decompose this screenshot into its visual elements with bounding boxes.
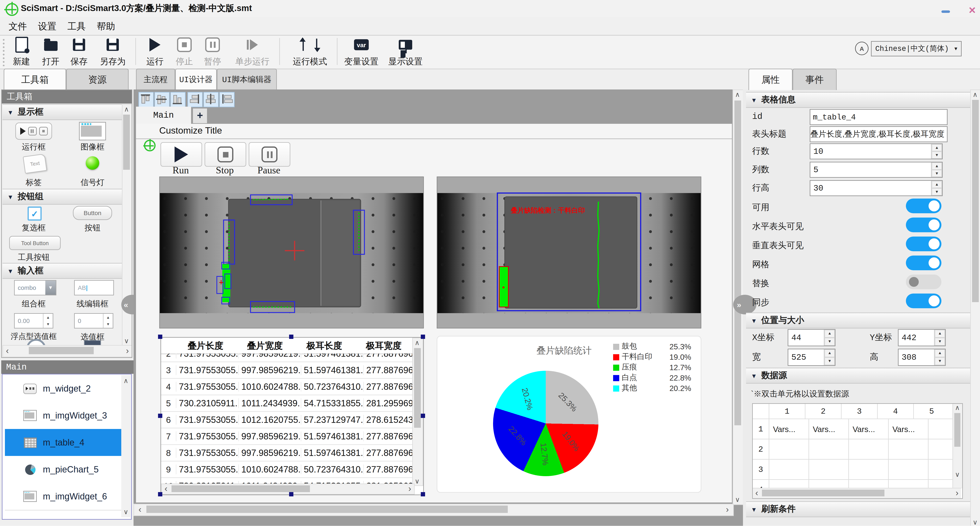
ds-cell[interactable]: Vars... [888, 419, 928, 439]
tab-ui-designer[interactable]: UI设计器 [175, 69, 217, 90]
table-cell[interactable]: 997.98596219... [238, 354, 301, 359]
table-row[interactable]: 5730.23105911...1011.2434939...54.715331… [161, 395, 414, 412]
language-selector[interactable]: Chinese|中文(简体) [871, 41, 962, 56]
table-row[interactable]: 7731.97553055...997.98596219...51.597461… [161, 428, 414, 445]
ds-hscrollbar[interactable] [753, 488, 961, 498]
table-cell[interactable]: 281.2959698... [363, 398, 414, 408]
table-cell[interactable]: 731.97553055... [176, 432, 238, 441]
table-row[interactable]: 4731.97553055...1010.6024788...50.723764… [161, 379, 414, 395]
field-x-spinbox[interactable]: 44 [788, 329, 835, 346]
table-row[interactable]: 3731.97553055...997.98596219...51.597461… [161, 362, 414, 379]
table-cell[interactable]: 731.97553055... [176, 448, 238, 458]
field-rowcount-spinbox[interactable]: 10 [810, 143, 943, 159]
table-cell[interactable]: 731.97553055... [176, 354, 238, 359]
pie-chart-widget[interactable]: 叠片缺陷统计 25.3%19.0%12.7%22.8%20.2% 鼓包25.3%… [437, 336, 701, 493]
table-cell[interactable]: 731.97553055... [176, 415, 238, 425]
tree-vscrollbar[interactable] [121, 375, 130, 517]
ds-vscrollbar[interactable] [953, 404, 962, 488]
open-button[interactable]: 打开 [38, 37, 64, 67]
canvas-table-widget[interactable]: 叠片长度 叠片宽度 极耳长度 极耳宽度 2731.97553055...997.… [161, 337, 424, 495]
toolbox-checkbox-icon[interactable] [27, 207, 41, 221]
legend-item[interactable]: 干料白印19.0% [613, 352, 697, 362]
table-cell[interactable]: 997.98596219... [238, 448, 301, 458]
tree-item-m-widget-2[interactable]: m_widget_2 [5, 375, 123, 403]
canvas-hscrollbar[interactable] [134, 504, 734, 516]
ds-cell[interactable] [848, 439, 888, 459]
field-y-spinbox[interactable]: 442 [898, 329, 946, 346]
ds-cell[interactable] [888, 439, 928, 459]
table-cell[interactable]: 278.6152438... [363, 415, 414, 425]
col-header[interactable]: 叠片长度 [176, 338, 235, 354]
ds-col-header[interactable]: 2 [805, 404, 841, 419]
field-id-input[interactable]: m_table_4 [810, 109, 948, 125]
close-button[interactable]: ✕ [968, 5, 976, 15]
tab-resources[interactable]: 资源 [66, 69, 129, 90]
toggle-vertical-header[interactable] [906, 236, 942, 251]
col-header[interactable]: 极耳长度 [294, 338, 354, 354]
menu-file[interactable]: 文件 [6, 17, 29, 35]
tree-item-m-imgwidget-6[interactable]: m_imgWidget_6 [5, 483, 123, 510]
selection-handle[interactable] [158, 335, 162, 339]
table-cell[interactable]: 730.23105911... [176, 398, 238, 408]
toolbox-hscrollbar[interactable] [2, 345, 132, 357]
toggle-sync[interactable] [906, 293, 942, 308]
table-cell[interactable]: 50.723764310... [301, 382, 363, 392]
ds-cell[interactable] [808, 460, 848, 479]
section-table-info[interactable]: 表格信息 [746, 92, 970, 108]
align-bottom-button[interactable] [170, 92, 186, 107]
toggle-horizontal-header[interactable] [906, 218, 942, 232]
toggle-replace[interactable] [906, 274, 942, 289]
section-input-frames[interactable]: 输入框 [2, 263, 127, 279]
tab-ui-script-editor[interactable]: UI脚本编辑器 [217, 69, 277, 90]
table-cell[interactable]: 57.237129747... [301, 415, 363, 425]
ds-cell[interactable]: Vars... [769, 419, 808, 439]
table-cell[interactable]: 1011.2434939... [238, 398, 301, 408]
section-refresh-condition[interactable]: 刷新条件 [746, 501, 970, 517]
legend-item[interactable]: 压痕12.7% [613, 362, 697, 373]
image-widget-measure[interactable] [159, 177, 424, 328]
canvas-pause-button[interactable] [249, 142, 290, 167]
table-cell[interactable]: 277.8876964... [363, 448, 414, 458]
new-button[interactable]: 新建 [9, 37, 34, 67]
tab-properties[interactable]: 属性 [748, 69, 792, 90]
panel-vscrollbar[interactable] [970, 89, 980, 526]
variable-settings-button[interactable]: var 变量设置 [343, 37, 380, 67]
tree-item-m-imgwidget-3[interactable]: m_imgWidget_3 [5, 402, 123, 430]
tab-toolbox[interactable]: 工具箱 [4, 69, 66, 90]
save-as-button[interactable]: 另存为 [94, 37, 131, 67]
legend-item[interactable]: 其他20.2% [613, 383, 697, 394]
table-cell[interactable]: 51.597461381... [301, 354, 363, 359]
toolbox-runbox-icon[interactable] [15, 123, 52, 140]
table-cell[interactable]: 1010.6024788... [238, 464, 301, 474]
table-cell[interactable]: 51.597461381... [301, 448, 363, 458]
table-cell[interactable]: 277.8876964... [363, 464, 414, 474]
toolbox-spin-icon[interactable]: 0▲▼ [74, 313, 113, 328]
ds-cell[interactable] [888, 460, 928, 479]
display-settings-button[interactable]: 显示设置 [387, 37, 424, 67]
toolbox-imagebox-icon[interactable] [79, 122, 106, 140]
field-width-spinbox[interactable]: 525 [788, 349, 835, 366]
tree-item-m-piechart-5[interactable]: m_pieChart_5 [5, 456, 123, 483]
toggle-grid[interactable] [906, 255, 942, 270]
selection-handle[interactable] [289, 335, 293, 339]
canvas-run-button[interactable] [161, 142, 202, 167]
align-right-button[interactable] [188, 92, 203, 107]
section-display-frames[interactable]: 显示框 [2, 104, 127, 120]
selection-handle[interactable] [158, 492, 162, 496]
data-source-table[interactable]: 1 2 3 4 5 1 Vars... Vars... Vars... Vars… [752, 403, 963, 499]
ds-col-header[interactable]: 5 [913, 404, 950, 419]
toolbox-signallight-icon[interactable] [86, 156, 99, 170]
menu-tools[interactable]: 工具 [65, 17, 88, 35]
toolbox-toolbutton-icon[interactable]: Tool Button [9, 236, 60, 250]
table-cell[interactable]: 277.8876964... [363, 382, 414, 392]
ds-col-header[interactable]: 1 [769, 404, 805, 419]
table-cell[interactable]: 277.8876964... [363, 354, 414, 359]
table-cell[interactable]: 997.98596219... [238, 432, 301, 441]
tab-main-flow[interactable]: 主流程 [136, 69, 175, 90]
selection-handle[interactable] [421, 414, 425, 418]
table-vscrollbar[interactable] [412, 338, 423, 486]
toolbox-lineedit-icon[interactable]: AB| [74, 280, 114, 295]
ds-col-header[interactable]: 3 [841, 404, 877, 419]
table-cell[interactable]: 51.597461381... [301, 432, 363, 441]
ds-cell[interactable]: Vars... [848, 419, 888, 439]
